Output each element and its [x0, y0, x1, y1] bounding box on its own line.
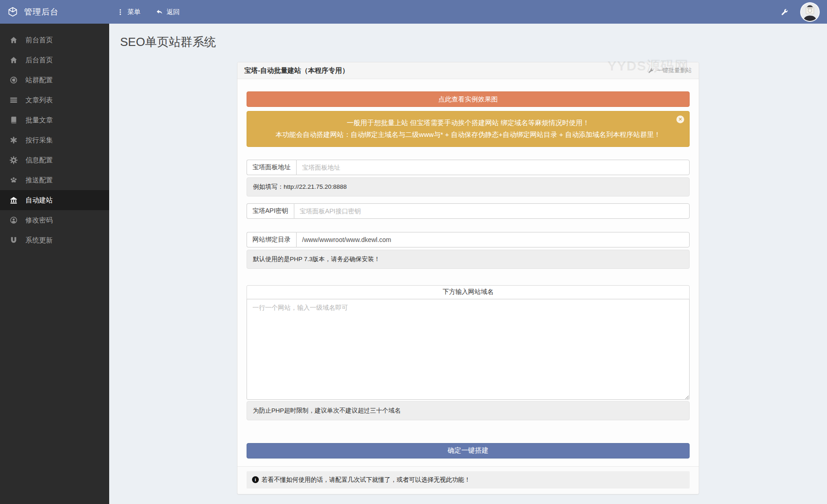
sidebar-item-push-config[interactable]: 推送配置: [0, 170, 109, 190]
sidebar-item-label: 按行采集: [25, 136, 53, 145]
asterisk-icon: [10, 136, 18, 144]
sidebar-item-label: 后台首页: [25, 56, 53, 65]
sidebar-item-change-password[interactable]: 修改密码: [0, 210, 109, 230]
panel-address-input[interactable]: [296, 160, 690, 175]
sidebar-item-label: 推送配置: [25, 176, 53, 185]
domains-header: 下方输入网站域名: [247, 285, 690, 299]
bind-directory-row: 网站绑定目录: [247, 232, 690, 247]
bind-directory-input[interactable]: [296, 232, 690, 247]
book-icon: [10, 116, 18, 124]
navbar-right: [781, 0, 827, 24]
api-key-label: 宝塔API密钥: [247, 203, 294, 219]
wrench-icon: [781, 8, 788, 16]
panel-address-row: 宝塔面板地址: [247, 160, 690, 175]
globe-icon: [10, 76, 18, 84]
sidebar-item-label: 自动建站: [25, 196, 53, 205]
php-version-help: 默认使用的是PHP 7.3版本，请务必确保安装！: [247, 250, 690, 269]
reply-arrow-icon: [156, 9, 163, 15]
example-image-button[interactable]: 点此查看实例效果图: [247, 91, 690, 107]
submit-build-button[interactable]: 确定一键搭建: [247, 443, 690, 459]
panel-heading: 宝塔-自动批量建站（本程序专用） 一键批量删站: [237, 62, 699, 79]
ellipsis-v-icon: [117, 9, 124, 15]
cube-logo-icon: [7, 6, 18, 17]
info-icon: i: [252, 476, 259, 483]
list-icon: [10, 96, 18, 104]
sidebar-item-label: 系统更新: [25, 236, 53, 245]
panel-address-label: 宝塔面板地址: [247, 160, 296, 175]
domains-textarea[interactable]: [247, 299, 690, 400]
back-label: 返回: [166, 8, 180, 16]
usage-alert: ✕ 一般用于想批量上站 但宝塔需要手动挨个搭建网站 绑定域名等麻烦情况时使用！ …: [247, 111, 690, 147]
footer-note: i 若看不懂如何使用的话，请配置几次试下就懂了，或者可以选择无视此功能！: [247, 471, 690, 489]
brand-title: 管理后台: [24, 6, 59, 17]
wrench-icon: [648, 68, 654, 74]
close-icon[interactable]: ✕: [676, 116, 684, 123]
top-navbar: 管理后台 菜单 返回: [0, 0, 827, 24]
sidebar-item-label: 修改密码: [25, 216, 53, 225]
alert-line-1: 一般用于想批量上站 但宝塔需要手动挨个搭建网站 绑定域名等麻烦情况时使用！: [268, 117, 668, 129]
sidebar-item-system-update[interactable]: 系统更新: [0, 230, 109, 250]
sidebar-item-label: 批量文章: [25, 116, 53, 125]
bind-directory-label: 网站绑定目录: [247, 232, 296, 247]
sidebar-item-batch-articles[interactable]: 批量文章: [0, 110, 109, 130]
home-icon: [10, 36, 18, 44]
user-circle-icon: [10, 216, 18, 224]
brand[interactable]: 管理后台: [0, 0, 109, 24]
panel-body: 点此查看实例效果图 ✕ 一般用于想批量上站 但宝塔需要手动挨个搭建网站 绑定域名…: [237, 79, 699, 466]
sidebar-item-admin-home[interactable]: 后台首页: [0, 50, 109, 70]
api-key-input[interactable]: [294, 203, 690, 219]
footer-note-text: 若看不懂如何使用的话，请配置几次试下就懂了，或者可以选择无视此功能！: [262, 476, 470, 484]
panel-address-help: 例如填写：http://22.21.75.20:8888: [247, 177, 690, 197]
baota-build-panel: YYDS源码网 宝塔-自动批量建站（本程序专用） 一键批量删站 点此查看实例效果…: [237, 62, 699, 494]
avatar-image: [801, 3, 819, 21]
menu-label: 菜单: [127, 8, 141, 16]
batch-delete-label: 一键批量删站: [656, 66, 692, 75]
page-title: SEO单页站群系统: [120, 34, 827, 50]
sidebar-item-front-home[interactable]: 前台首页: [0, 30, 109, 50]
domains-limit-help: 为防止PHP超时限制，建议单次不建议超过三十个域名: [247, 401, 690, 420]
bank-icon: [10, 196, 18, 204]
sidebar-item-label: 文章列表: [25, 96, 53, 105]
panel-footer: i 若看不懂如何使用的话，请配置几次试下就懂了，或者可以选择无视此功能！: [237, 466, 699, 494]
user-avatar[interactable]: [800, 2, 820, 22]
sidebar-item-label: 前台首页: [25, 36, 53, 45]
sidebar-item-info-config[interactable]: 信息配置: [0, 150, 109, 170]
back-button[interactable]: 返回: [148, 0, 187, 24]
alert-line-2: 本功能会自动搭建网站：自动绑定主域名与二级www与* + 自动保存伪静态+自动绑…: [268, 129, 668, 141]
menu-toggle[interactable]: 菜单: [109, 0, 148, 24]
paw-icon: [10, 176, 18, 184]
batch-delete-link[interactable]: 一键批量删站: [648, 66, 692, 75]
api-key-row: 宝塔API密钥: [247, 203, 690, 219]
sidebar-item-line-collect[interactable]: 按行采集: [0, 130, 109, 150]
settings-button[interactable]: [781, 8, 788, 16]
home-icon: [10, 56, 18, 64]
sidebar-item-sitegroup-config[interactable]: 站群配置: [0, 70, 109, 90]
sidebar: 前台首页 后台首页 站群配置 文章列表 批量文章 按行采集: [0, 24, 109, 504]
sidebar-item-label: 站群配置: [25, 76, 53, 85]
main-content: SEO单页站群系统 YYDS源码网 宝塔-自动批量建站（本程序专用） 一键批量删…: [109, 24, 827, 504]
sidebar-item-article-list[interactable]: 文章列表: [0, 90, 109, 110]
gear-icon: [10, 156, 18, 164]
magnet-icon: [10, 236, 18, 244]
panel-title: 宝塔-自动批量建站（本程序专用）: [244, 66, 349, 75]
sidebar-item-label: 信息配置: [25, 156, 53, 165]
sidebar-item-auto-build[interactable]: 自动建站: [0, 190, 109, 210]
